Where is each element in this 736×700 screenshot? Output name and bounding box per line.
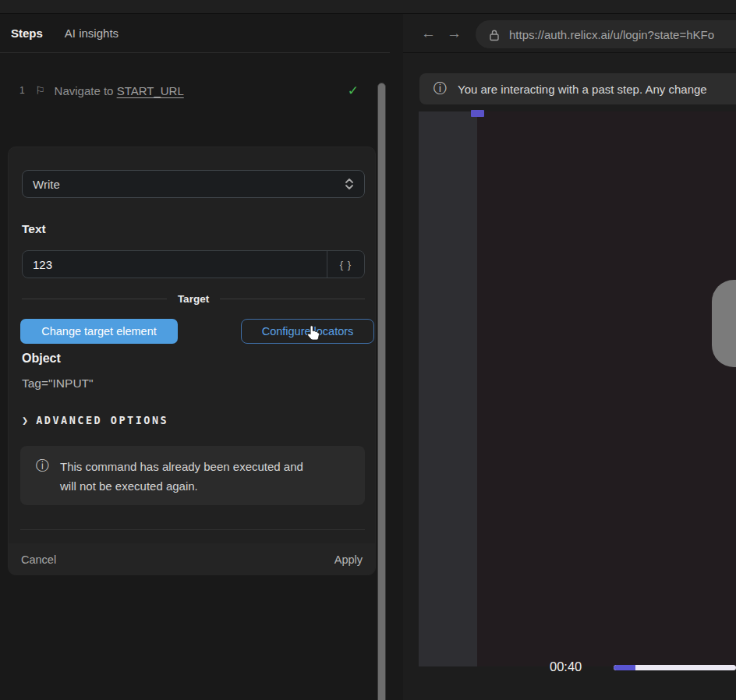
app-window: Steps AI insights 1 ⚐ Navigate to START_… [0,0,736,700]
info-icon: ⓘ [433,80,447,98]
steps-panel: Steps AI insights 1 ⚐ Navigate to START_… [0,14,403,700]
step-row-1[interactable]: 1 ⚐ Navigate to START_URL ✓ [0,78,376,103]
object-label: Object [22,352,61,366]
browser-toolbar: ← → https://auth.relicx.ai/u/login?state… [403,14,736,53]
timeline-progress-bar[interactable] [614,665,736,670]
panel-tabbar: Steps AI insights [0,14,390,53]
chevron-right-icon: ❯ [22,414,28,426]
text-input-group: 123 { } [22,250,365,278]
target-buttons-row: Change target element Configure locators [20,319,373,344]
page-sidebar-strip [419,111,477,666]
tab-ai-insights[interactable]: AI insights [65,27,119,40]
info-icon: ⓘ [36,457,49,476]
back-icon[interactable]: ← [421,25,436,42]
timeline-time: 00:40 [550,659,582,674]
divider-line [220,299,365,299]
step-editor-card: Write Text 123 { } Target Change target … [8,147,376,575]
advanced-options-toggle[interactable]: ❯ ADVANCED OPTIONS [22,414,168,426]
action-type-value: Write [33,178,345,191]
executed-info-box: ⓘ This command has already been executed… [20,446,365,505]
footer-divider [20,529,365,530]
step-marker [471,110,484,117]
page-screenshot[interactable] [477,111,736,666]
url-bar[interactable]: https://auth.relicx.ai/u/login?state=hKF… [476,20,736,48]
divider-line [22,299,167,299]
select-chevron-icon [345,177,354,191]
panel-scrollbar-thumb[interactable] [377,83,386,700]
object-value: Tag="INPUT" [22,377,94,391]
url-text: https://auth.relicx.ai/u/login?state=hKF… [509,28,714,41]
change-target-element-button[interactable]: Change target element [20,319,178,344]
action-type-select[interactable]: Write [22,170,365,198]
configure-locators-button[interactable]: Configure locators [241,319,374,344]
side-handle[interactable] [712,280,736,367]
browser-panel: ← → https://auth.relicx.ai/u/login?state… [403,14,736,700]
executed-info-text: This command has already been executed a… [60,457,317,496]
past-step-banner-text: You are interacting with a past step. An… [458,83,707,96]
past-step-banner: ⓘ You are interacting with a past step. … [419,73,736,104]
text-input[interactable]: 123 [23,251,327,278]
tab-steps[interactable]: Steps [11,27,43,40]
cancel-button[interactable]: Cancel [21,553,56,566]
target-divider: Target [22,292,365,305]
apply-button[interactable]: Apply [334,553,363,566]
target-label: Target [178,293,209,305]
text-field-label: Text [22,222,46,236]
start-url-link[interactable]: START_URL [117,84,184,97]
step-action-label: Navigate to START_URL [55,84,184,97]
card-footer: Cancel Apply [9,543,375,575]
flag-icon: ⚐ [35,84,45,97]
step-success-check-icon: ✓ [348,83,359,99]
step-number: 1 [19,85,29,96]
timeline-progress-fill [614,665,635,670]
advanced-options-label: ADVANCED OPTIONS [36,414,168,426]
forward-icon[interactable]: → [447,25,462,42]
variable-braces-button[interactable]: { } [327,251,364,278]
lock-icon [489,29,500,41]
window-top-strip [0,0,736,14]
